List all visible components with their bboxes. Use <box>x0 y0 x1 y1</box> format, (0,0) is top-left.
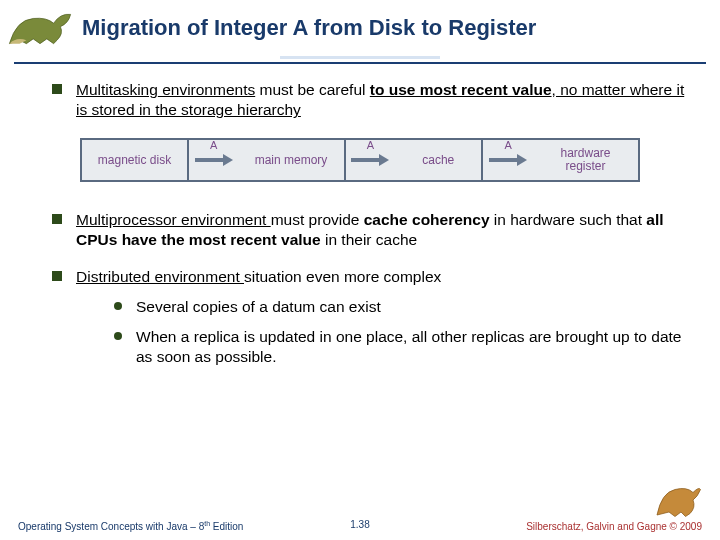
diagram-box-cache: cache <box>395 138 483 182</box>
title-underline <box>14 62 706 64</box>
arrow-right-icon <box>351 154 389 166</box>
text: in hardware such that <box>490 211 647 228</box>
footer-left: Operating System Concepts with Java – 8t… <box>18 520 243 532</box>
arrow-right-icon <box>489 154 527 166</box>
diagram-arrow-1: A <box>189 138 239 182</box>
bullet-multiprocessor: Multiprocessor environment must provide … <box>50 210 692 250</box>
text: situation even more complex <box>244 268 441 285</box>
diagram-box-memory: main memory <box>239 138 346 182</box>
text: environments <box>158 81 255 98</box>
text: cache coherency <box>364 211 490 228</box>
slide: Migration of Integer A from Disk to Regi… <box>0 0 720 540</box>
arrow-label: A <box>210 138 217 152</box>
arrow-label: A <box>367 138 374 152</box>
subbullet-replica: When a replica is updated in one place, … <box>110 327 692 367</box>
text: Distributed environment <box>76 268 244 285</box>
footer-copyright: Silberschatz, Galvin and Gagne © 2009 <box>526 521 702 532</box>
text: Multiprocessor environment <box>76 211 271 228</box>
text: Edition <box>210 521 243 532</box>
diagram-box-register: hardware register <box>533 138 640 182</box>
dinosaur-bottom-icon <box>654 479 702 521</box>
diagram-arrow-3: A <box>483 138 533 182</box>
footer-page-number: 1.38 <box>350 519 369 530</box>
bullet-multitasking: Multitasking environments must be carefu… <box>50 80 692 120</box>
text: must provide <box>271 211 364 228</box>
text: in their cache <box>321 231 418 248</box>
diagram-arrow-2: A <box>346 138 396 182</box>
title-accent <box>280 56 440 59</box>
text: must be careful <box>255 81 370 98</box>
bullet-distributed: Distributed environment situation even m… <box>50 267 692 368</box>
arrow-label: A <box>505 138 512 152</box>
footer-right: Silberschatz, Galvin and Gagne © 2009 <box>526 479 702 532</box>
slide-title: Migration of Integer A from Disk to Regi… <box>82 15 706 41</box>
slide-body: Multitasking environments must be carefu… <box>50 80 692 383</box>
migration-diagram: magnetic disk A main memory A cache A ha… <box>80 138 640 182</box>
text: Operating System Concepts with Java – 8 <box>18 521 204 532</box>
diagram-box-disk: magnetic disk <box>80 138 189 182</box>
footer: Operating System Concepts with Java – 8t… <box>18 479 702 532</box>
dinosaur-top-icon <box>6 6 74 50</box>
text: to use most recent value <box>370 81 552 98</box>
title-row: Migration of Integer A from Disk to Regi… <box>0 0 720 50</box>
text: Multitasking <box>76 81 158 98</box>
arrow-right-icon <box>195 154 233 166</box>
subbullet-copies: Several copies of a datum can exist <box>110 297 692 317</box>
